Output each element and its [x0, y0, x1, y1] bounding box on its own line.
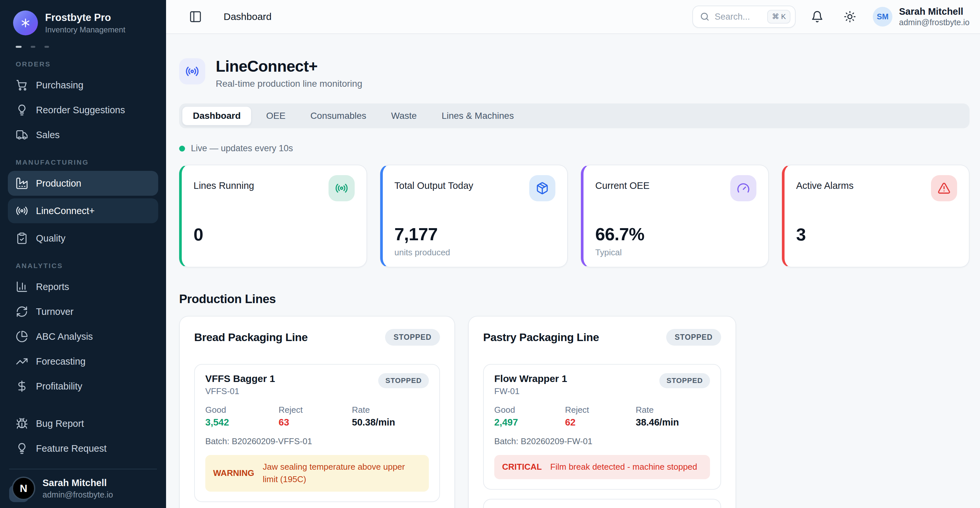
stat-icon-badge — [329, 175, 355, 201]
sidebar-item-bug-report[interactable]: Bug Report — [8, 411, 158, 436]
app-window: Frostbyte Pro Inventory Management ORDER… — [0, 0, 980, 508]
alert-banner-warning: WARNING Jaw sealing temperature above up… — [205, 455, 429, 491]
topbar: Dashboard ⌘ K — [166, 0, 980, 34]
user-email: admin@frostbyte.io — [899, 18, 970, 27]
bug-icon — [16, 417, 28, 430]
sidebar-item-quality[interactable]: Quality — [8, 226, 158, 251]
status-badge: STOPPED — [378, 373, 429, 388]
metric-value-reject: 62 — [565, 417, 635, 428]
avatar: N — [12, 476, 35, 500]
bar-chart-icon — [16, 281, 28, 293]
brand-title: Frostbyte Pro — [45, 11, 125, 24]
metric-value-reject: 63 — [278, 417, 352, 428]
avatar: SM — [873, 7, 892, 27]
search-icon — [700, 11, 710, 22]
machine-metrics: Good 3,542 Reject 63 Rate 50.38/min — [205, 405, 429, 428]
sidebar-item-profitability[interactable]: Profitability — [8, 374, 158, 399]
batch-label: Batch: B20260209-FW-01 — [494, 436, 710, 446]
topbar-user-text: Sarah Mitchell admin@frostbyte.io — [899, 6, 970, 27]
sidebar-item-lineconnect[interactable]: LineConnect+ — [8, 198, 158, 223]
alert-message: Film break detected - machine stopped — [550, 461, 697, 473]
clipped-nav-item — [16, 42, 150, 48]
sidebar-item-purchasing[interactable]: Purchasing — [8, 73, 158, 97]
clipped-text-fragment — [31, 46, 35, 48]
search-box[interactable]: ⌘ K — [692, 6, 795, 28]
sidebar-item-reports[interactable]: Reports — [8, 274, 158, 299]
page-icon-badge — [179, 58, 205, 85]
topbar-actions: ⌘ K SM — [692, 6, 970, 28]
refresh-icon — [16, 305, 28, 318]
package-icon — [536, 182, 549, 195]
stat-label: Total Output Today — [395, 181, 473, 191]
stat-value: 0 — [194, 224, 355, 244]
stat-sublabel — [796, 248, 958, 257]
radio-icon — [335, 182, 348, 195]
tab-oee[interactable]: OEE — [256, 107, 296, 125]
status-badge: STOPPED — [666, 329, 721, 346]
sidebar-user[interactable]: N Sarah Mitchell admin@frostbyte.io — [8, 470, 158, 502]
page-header-text: LineConnect+ Real-time production line m… — [216, 58, 362, 89]
topbar-user[interactable]: SM Sarah Mitchell admin@frostbyte.io — [873, 6, 970, 27]
brand-subtitle: Inventory Management — [45, 25, 125, 34]
sidebar-item-label: Production — [36, 178, 81, 189]
sidebar-item-label: Profitability — [36, 381, 83, 392]
sidebar-item-feature-request[interactable]: Feature Request — [8, 436, 158, 461]
clipped-text-fragment — [45, 46, 49, 48]
lightbulb-icon — [16, 104, 28, 116]
user-email: admin@frostbyte.io — [43, 490, 113, 500]
alert-banner-critical: CRITICAL Film break detected - machine s… — [494, 455, 710, 479]
stat-sublabel: units produced — [395, 248, 556, 257]
tab-dashboard[interactable]: Dashboard — [182, 106, 252, 126]
radio-icon — [185, 64, 199, 78]
radio-icon — [16, 204, 28, 217]
sidebar-item-abc-analysis[interactable]: ABC Analysis — [8, 324, 158, 349]
metric-label-reject: Reject — [278, 405, 352, 415]
dollar-icon — [16, 380, 28, 393]
batch-label: Batch: B20260209-VFFS-01 — [205, 436, 429, 446]
stat-value: 7,177 — [395, 224, 556, 244]
sidebar-item-turnover[interactable]: Turnover — [8, 299, 158, 324]
sidebar-item-label: Forecasting — [36, 356, 86, 367]
tab-waste[interactable]: Waste — [381, 107, 427, 125]
stat-sublabel: Typical — [595, 248, 756, 257]
stat-label: Active Alarms — [796, 181, 854, 191]
sidebar-item-sales[interactable]: Sales — [8, 122, 158, 147]
panel-left-icon — [189, 10, 202, 23]
sidebar-item-label: Bug Report — [36, 418, 84, 429]
sidebar-item-production[interactable]: Production — [8, 171, 158, 196]
line-name: Pastry Packaging Line — [483, 331, 599, 344]
sidebar-item-label: Purchasing — [36, 80, 83, 91]
tab-consumables[interactable]: Consumables — [300, 107, 377, 125]
theme-toggle-button[interactable] — [839, 6, 861, 28]
tab-bar: Dashboard OEE Consumables Waste Lines & … — [179, 104, 970, 128]
brand[interactable]: Frostbyte Pro Inventory Management — [8, 9, 158, 37]
page-header: LineConnect+ Real-time production line m… — [179, 58, 970, 89]
sidebar-item-label: Reports — [36, 281, 69, 292]
machine-card-flow-wrapper-1: Flow Wrapper 1 FW-01 STOPPED Good 2,497 — [483, 364, 721, 490]
clipboard-check-icon — [16, 232, 28, 244]
notifications-button[interactable] — [806, 6, 828, 28]
alert-triangle-icon — [937, 182, 951, 195]
stat-card-total-output: Total Output Today 7,177 units produced — [380, 165, 568, 267]
sidebar-item-reorder-suggestions[interactable]: Reorder Suggestions — [8, 97, 158, 122]
sidebar-toggle-button[interactable] — [186, 7, 205, 27]
search-input[interactable] — [714, 12, 763, 22]
machine-code: VFFS-01 — [205, 386, 275, 396]
stat-label: Current OEE — [595, 181, 649, 191]
metric-label-good: Good — [494, 405, 565, 415]
topbar-title: Dashboard — [224, 11, 272, 22]
user-name: Sarah Mitchell — [899, 6, 970, 17]
stat-value: 3 — [796, 224, 958, 244]
sidebar-item-label: ABC Analysis — [36, 331, 93, 342]
live-indicator: Live — updates every 10s — [179, 143, 970, 153]
tab-lines-machines[interactable]: Lines & Machines — [431, 107, 524, 125]
sidebar-item-label: Turnover — [36, 307, 73, 317]
sidebar: Frostbyte Pro Inventory Management ORDER… — [0, 0, 166, 508]
sidebar-spacer — [8, 399, 158, 411]
machine-name: Flow Wrapper 1 — [494, 373, 567, 384]
sidebar-item-forecasting[interactable]: Forecasting — [8, 349, 158, 374]
stat-card-lines-running: Lines Running 0 — [179, 165, 367, 267]
sidebar-item-label: Sales — [36, 129, 60, 141]
machine-code: FW-01 — [494, 386, 567, 396]
page-subtitle: Real-time production line monitoring — [216, 78, 362, 89]
